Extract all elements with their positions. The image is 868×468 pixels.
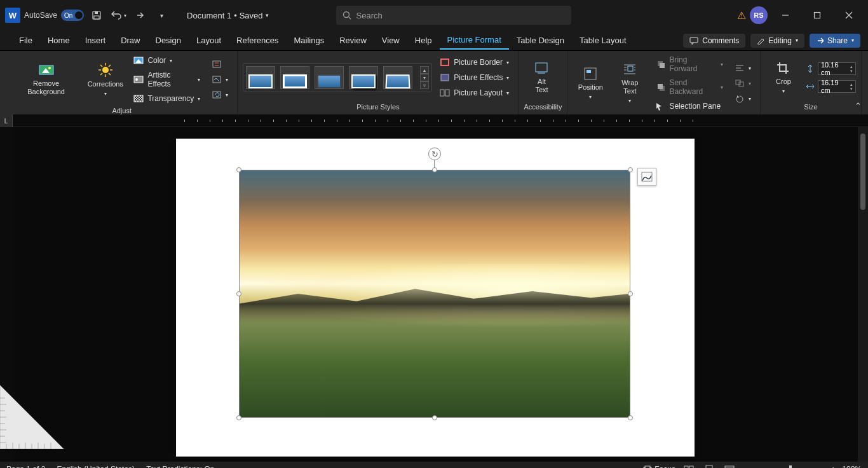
tab-layout[interactable]: Layout: [189, 32, 229, 49]
width-field[interactable]: 16.19 cm▴▾: [805, 80, 856, 93]
style-thumb-2[interactable]: [280, 66, 309, 89]
remove-background-button[interactable]: Remove Background: [11, 60, 81, 99]
svg-rect-50: [658, 84, 663, 89]
wrap-text-button[interactable]: Wrap Text▾: [612, 60, 648, 107]
ribbon: Remove Background Corrections ▾ Color▾ A…: [0, 51, 868, 114]
tab-draw[interactable]: Draw: [113, 32, 147, 49]
resize-handle-r[interactable]: [628, 291, 633, 296]
tab-home[interactable]: Home: [40, 32, 78, 49]
resize-handle-br[interactable]: [628, 415, 633, 420]
focus-mode-button[interactable]: Focus: [643, 465, 675, 468]
ribbon-tabs: File Home Insert Draw Design Layout Refe…: [0, 31, 868, 51]
document-area: ↻: [0, 127, 868, 462]
tab-file[interactable]: File: [11, 32, 40, 49]
tab-table-layout[interactable]: Table Layout: [572, 32, 634, 49]
collapse-ribbon-button[interactable]: ⌃: [855, 101, 862, 111]
rotate-handle[interactable]: ↻: [428, 148, 441, 160]
close-button[interactable]: [835, 6, 863, 25]
picture-effects-button[interactable]: Picture Effects▾: [436, 71, 513, 85]
tab-references[interactable]: References: [229, 32, 286, 49]
transparency-icon: [133, 93, 144, 104]
tab-insert[interactable]: Insert: [78, 32, 114, 49]
zoom-level[interactable]: 100%: [842, 465, 862, 468]
artistic-effects-button[interactable]: Artistic Effects▾: [130, 69, 204, 90]
print-layout-button[interactable]: [702, 464, 716, 468]
language-indicator[interactable]: English (United States): [57, 465, 135, 468]
corrections-button[interactable]: Corrections ▾: [85, 60, 126, 100]
maximize-button[interactable]: [803, 6, 831, 25]
spinner-icon[interactable]: ▴▾: [850, 82, 853, 91]
send-backward-button[interactable]: Send Backward▾: [651, 76, 727, 98]
comments-button[interactable]: Comments: [683, 34, 745, 48]
style-thumb-5[interactable]: [383, 66, 412, 89]
selected-picture[interactable]: ↻: [240, 170, 630, 417]
picture-styles-gallery[interactable]: ▴▾▿: [243, 63, 432, 92]
transparency-button[interactable]: Transparency▾: [130, 92, 204, 106]
layout-options-button[interactable]: [637, 168, 656, 186]
resize-handle-tl[interactable]: [236, 167, 241, 172]
editing-mode-button[interactable]: Editing ▾: [750, 34, 804, 48]
resize-handle-b[interactable]: [432, 415, 437, 420]
scrollbar-thumb[interactable]: [860, 134, 865, 210]
warning-icon[interactable]: ⚠: [737, 10, 746, 22]
autosave-switch[interactable]: On: [61, 10, 84, 21]
page-indicator[interactable]: Page 1 of 2: [6, 465, 45, 468]
pencil-icon: [757, 37, 764, 45]
autosave-toggle[interactable]: AutoSave On: [24, 10, 84, 21]
rotate-button[interactable]: ▾: [731, 92, 755, 106]
vertical-scrollbar[interactable]: [858, 127, 868, 462]
bring-forward-button[interactable]: Bring Forward▾: [651, 53, 727, 75]
compress-pictures-button[interactable]: [208, 57, 232, 71]
tab-selector[interactable]: L: [0, 114, 13, 127]
tab-view[interactable]: View: [374, 32, 407, 49]
height-field[interactable]: 10.16 cm▴▾: [805, 62, 856, 75]
style-thumb-4[interactable]: [349, 66, 378, 89]
tab-table-design[interactable]: Table Design: [509, 32, 572, 49]
tab-help[interactable]: Help: [407, 32, 440, 49]
picture-layout-button[interactable]: Picture Layout▾: [436, 86, 513, 100]
page[interactable]: ↻: [176, 139, 695, 457]
group-label-size: Size: [766, 102, 856, 113]
gallery-scroll[interactable]: ▴▾▿: [420, 66, 429, 89]
web-layout-button[interactable]: [722, 464, 736, 468]
vertical-ruler[interactable]: [0, 127, 13, 462]
position-button[interactable]: Position▾: [573, 64, 608, 103]
redo-button[interactable]: [131, 6, 149, 24]
resize-handle-bl[interactable]: [236, 415, 241, 420]
read-mode-button[interactable]: [682, 464, 696, 468]
reset-picture-button[interactable]: ▾: [208, 88, 232, 102]
undo-button[interactable]: ▾: [109, 6, 127, 24]
minimize-button[interactable]: [771, 6, 799, 25]
color-button[interactable]: Color▾: [130, 53, 204, 67]
picture-border-button[interactable]: Picture Border▾: [436, 55, 513, 69]
style-thumb-1[interactable]: [246, 66, 275, 89]
color-icon: [133, 55, 144, 65]
user-avatar[interactable]: RS: [750, 6, 768, 24]
spinner-icon[interactable]: ▴▾: [850, 64, 853, 73]
resize-handle-l[interactable]: [236, 291, 241, 296]
zoom-in-button[interactable]: +: [831, 464, 836, 468]
zoom-thumb[interactable]: [789, 465, 792, 468]
document-title[interactable]: Document 1 • Saved ▾: [187, 11, 269, 20]
qat-customize-icon[interactable]: ▾: [153, 6, 170, 24]
alt-text-button[interactable]: Alt Text: [524, 59, 559, 97]
tab-design[interactable]: Design: [148, 32, 189, 49]
selection-pane-button[interactable]: Selection Pane: [651, 99, 727, 113]
group-icon: [735, 78, 745, 88]
style-thumb-3[interactable]: [315, 66, 344, 89]
group-button[interactable]: ▾: [731, 76, 755, 90]
search-input[interactable]: Search: [336, 6, 571, 25]
resize-handle-tr[interactable]: [628, 167, 633, 172]
tab-mailings[interactable]: Mailings: [287, 32, 332, 49]
align-button[interactable]: ▾: [731, 61, 755, 75]
share-button[interactable]: Share ▾: [810, 34, 860, 48]
tab-picture-format[interactable]: Picture Format: [440, 31, 509, 50]
zoom-out-button[interactable]: −: [743, 464, 748, 468]
tab-review[interactable]: Review: [332, 32, 374, 49]
save-icon[interactable]: [88, 6, 105, 24]
text-predictions-indicator[interactable]: Text Predictions: On: [146, 465, 214, 468]
crop-button[interactable]: Crop▾: [766, 59, 801, 97]
change-picture-button[interactable]: ▾: [208, 72, 232, 86]
resize-handle-t[interactable]: [432, 167, 437, 172]
horizontal-ruler[interactable]: [13, 114, 868, 127]
